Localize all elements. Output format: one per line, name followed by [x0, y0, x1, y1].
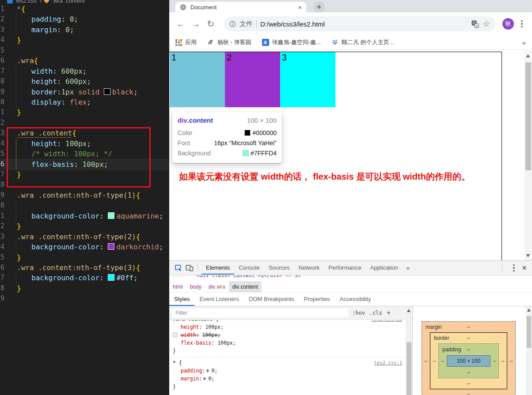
- margin-top-value[interactable]: –: [422, 324, 515, 330]
- padding-top-value[interactable]: –: [439, 346, 498, 353]
- devtools-tab-elements[interactable]: Elements: [201, 261, 234, 275]
- editor-line[interactable]: 3margin: 0;: [0, 25, 169, 35]
- scroll-up-icon[interactable]: [526, 54, 530, 57]
- editor-line[interactable]: 8height: 600px;: [0, 76, 169, 87]
- editor-line[interactable]: 0display: flex;: [0, 97, 169, 107]
- devtools-close-icon[interactable]: ×: [522, 263, 527, 273]
- styles-scrollbar-thumb[interactable]: [407, 342, 411, 395]
- devtools-tab-performance[interactable]: Performance: [324, 261, 365, 275]
- box-model-scroll-up-icon[interactable]: [527, 308, 531, 312]
- styles-toggle-[interactable]: +: [387, 309, 391, 317]
- margin-right-value[interactable]: –: [507, 358, 515, 364]
- box-model-padding[interactable]: padding – – 100 × 100 –: [438, 343, 499, 378]
- editor-line[interactable]: 6.wra{: [0, 56, 169, 66]
- bookmark-star-icon[interactable]: ☆: [483, 19, 490, 29]
- editor-line[interactable]: 9border:1px solid black;: [0, 87, 169, 97]
- device-toolbar-icon[interactable]: [185, 263, 194, 272]
- editor-line[interactable]: 9.wra .content:nth-of-type(1){: [0, 190, 169, 200]
- sidebar-tab-event-listeners[interactable]: Event Listeners: [194, 293, 244, 306]
- new-tab-button[interactable]: +: [313, 1, 325, 13]
- editor-line[interactable]: 1*{: [0, 4, 169, 14]
- breadcrumb-item[interactable]: div.wra: [205, 281, 229, 292]
- breadcrumb-item[interactable]: div.content: [229, 281, 262, 292]
- margin-left-value[interactable]: –: [422, 358, 430, 364]
- editor-line[interactable]: 6.wra .content:nth-of-type(3){: [0, 263, 169, 273]
- expand-arrow-icon[interactable]: [207, 369, 209, 372]
- devtools-tab-sources[interactable]: Sources: [264, 261, 294, 275]
- editor-line[interactable]: 4}: [0, 35, 169, 45]
- rule-selector[interactable]: * {: [173, 360, 182, 366]
- back-button[interactable]: ←: [175, 19, 186, 29]
- border-top-value[interactable]: –: [430, 335, 507, 341]
- box-model-scrollbar[interactable]: [526, 306, 532, 395]
- styles-toggle-hov[interactable]: :hov: [352, 310, 365, 316]
- editor-line[interactable]: 9: [0, 293, 169, 304]
- bookmark-item[interactable]: 杨耿 - 博客园: [207, 38, 251, 47]
- editor-line[interactable]: 2}: [0, 221, 169, 231]
- styles-toggle-cls[interactable]: .cls: [369, 310, 382, 316]
- page-scrollbar[interactable]: [524, 51, 532, 261]
- breadcrumb-symbol[interactable]: .wra .content: [52, 0, 84, 4]
- border-left-value[interactable]: –: [430, 358, 438, 364]
- css-declaration[interactable]: flex-basis: 100px;: [173, 339, 402, 347]
- editor-line[interactable]: 3.wra .content:nth-of-type(2){: [0, 232, 169, 242]
- browser-tab[interactable]: Document ×: [175, 2, 306, 12]
- editor-line[interactable]: 2: [0, 118, 169, 128]
- translate-icon[interactable]: G 文: [471, 20, 479, 28]
- content-box-1[interactable]: 1: [170, 52, 225, 107]
- box-model-border[interactable]: border – – padding –: [430, 332, 507, 389]
- padding-bottom-value[interactable]: –: [439, 369, 498, 376]
- box-model-content[interactable]: 100 × 100: [447, 355, 491, 367]
- inspect-element-icon[interactable]: [174, 263, 182, 272]
- bookmark-item[interactable]: 顾二凡 的个人主页...: [331, 38, 394, 47]
- editor-line[interactable]: 5: [0, 45, 169, 56]
- scrollbar-thumb[interactable]: [525, 62, 531, 170]
- border-bottom-value[interactable]: –: [430, 380, 507, 387]
- editor-line[interactable]: 4background-color: darkorchid;: [0, 242, 169, 252]
- css-declaration[interactable]: height: 100px;: [173, 323, 402, 331]
- editor-line[interactable]: 0: [0, 200, 169, 211]
- url-text[interactable]: D:/web/css3/les2.html: [260, 20, 325, 28]
- bookmark-item[interactable]: 应用: [175, 38, 197, 46]
- profile-avatar[interactable]: 耿: [502, 18, 514, 30]
- styles-scroll-up-icon[interactable]: [407, 309, 410, 312]
- content-box-2[interactable]: 2: [225, 52, 280, 107]
- forward-button[interactable]: →: [190, 19, 201, 29]
- editor-line[interactable]: 1}: [0, 107, 169, 117]
- code-editor[interactable]: les2.css › .wra .content 1*{2padding: 0;…: [0, 0, 169, 395]
- devtools-menu-icon[interactable]: [510, 264, 517, 272]
- devtools-tab-network[interactable]: Network: [294, 261, 324, 275]
- info-icon[interactable]: [229, 21, 236, 27]
- css-declaration[interactable]: width: 100px;: [173, 331, 402, 339]
- browser-menu-icon[interactable]: [518, 20, 525, 28]
- scroll-down-icon[interactable]: [526, 254, 530, 257]
- more-tabs-icon[interactable]: »: [403, 264, 413, 271]
- bookmarks-overflow-icon[interactable]: »: [522, 39, 526, 46]
- editor-line[interactable]: 1background-color: aquamarine;: [0, 211, 169, 221]
- padding-right-value[interactable]: –: [490, 358, 498, 364]
- dom-tree-clipped-row[interactable]: ...<div class="content">1</div> == $0: [169, 275, 532, 281]
- margin-bottom-value[interactable]: –: [422, 391, 515, 395]
- tab-close-icon[interactable]: ×: [298, 4, 302, 11]
- styles-scrollbar[interactable]: [406, 306, 412, 395]
- breadcrumb-item[interactable]: html: [169, 281, 186, 292]
- editor-line[interactable]: 8}: [0, 283, 169, 293]
- box-model-scrollbar-thumb[interactable]: [527, 316, 531, 348]
- css-declaration[interactable]: padding:0;: [173, 367, 402, 375]
- editor-line[interactable]: 7background-color: #0ff;: [0, 273, 169, 283]
- editor-line[interactable]: 7width: 600px;: [0, 66, 169, 76]
- stylesheet-link[interactable]: les2.css:13: [371, 320, 402, 323]
- padding-left-value[interactable]: –: [439, 358, 447, 364]
- breadcrumb-file[interactable]: les2.css: [16, 0, 37, 4]
- breadcrumb-item[interactable]: body: [186, 281, 205, 292]
- reload-button[interactable]: ↻: [205, 19, 216, 29]
- box-model-margin[interactable]: margin – – border – –: [422, 321, 516, 395]
- content-box-3[interactable]: 3: [280, 52, 335, 107]
- address-bar[interactable]: 文件 D:/web/css3/les2.html G 文 ☆: [224, 16, 495, 31]
- border-right-value[interactable]: –: [499, 358, 507, 364]
- css-declaration[interactable]: margin:0;: [173, 375, 402, 383]
- devtools-tab-application[interactable]: Application: [366, 261, 403, 275]
- editor-line[interactable]: 5}: [0, 252, 169, 263]
- sidebar-tab-dom-breakpoints[interactable]: DOM Breakpoints: [244, 293, 299, 306]
- devtools-tab-console[interactable]: Console: [234, 261, 264, 275]
